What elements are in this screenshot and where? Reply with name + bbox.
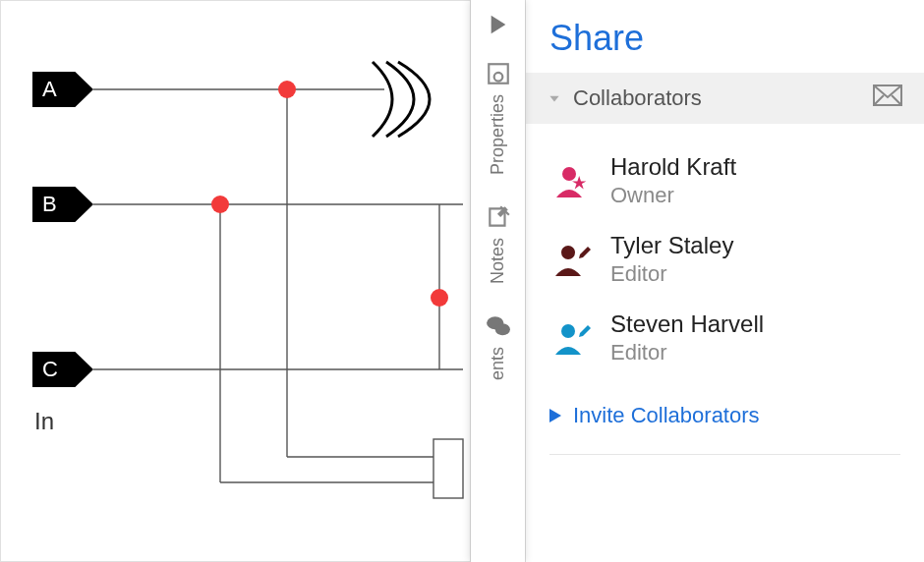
mail-icon[interactable] [873,84,902,112]
in-label: In [34,408,54,435]
rail-label-properties: Properties [488,94,508,175]
rail-tab-properties[interactable]: Properties [471,49,526,193]
collaborators-list: Harold Kraft Owner Tyler Staley Editor [526,124,924,385]
invite-collaborators-button[interactable]: Invite Collaborators [526,385,924,446]
collaborator-role: Owner [610,183,736,208]
chevron-right-icon [488,14,509,35]
collaborator-name: Tyler Staley [610,232,733,259]
side-rail: Properties Notes ents [470,0,525,562]
invite-label: Invite Collaborators [573,403,760,428]
svg-point-13 [493,73,502,82]
panel-divider [549,454,900,455]
rail-collapse-button[interactable] [471,0,526,49]
chevron-down-icon [548,85,561,111]
collaborator-row[interactable]: Steven Harvell Editor [549,299,900,377]
rail-label-comments: ents [488,347,508,380]
svg-point-15 [494,323,509,335]
svg-point-11 [431,289,448,307]
svg-point-18 [561,246,575,259]
properties-icon [486,61,511,86]
panel-title: Share [526,18,924,73]
triangle-right-icon [549,403,561,428]
share-panel: Share Collaborators Harold Kraft [525,0,924,562]
owner-icon [549,164,597,197]
svg-point-10 [211,196,229,213]
rail-label-notes: Notes [488,238,508,284]
comments-icon [485,313,512,339]
notes-icon [486,204,511,230]
collaborator-name: Harold Kraft [610,153,736,181]
collaborator-name: Steven Harvell [610,310,764,338]
collaborators-section-header[interactable]: Collaborators [526,73,924,124]
collaborators-section-label: Collaborators [573,85,702,111]
editor-icon [549,243,597,276]
svg-point-17 [562,167,576,181]
editor-icon [549,321,597,355]
rail-tab-notes[interactable]: Notes [471,193,526,302]
svg-point-9 [278,81,296,98]
rail-tab-comments[interactable]: ents [471,302,526,398]
svg-rect-8 [433,439,463,498]
svg-point-19 [561,324,575,338]
collaborator-row[interactable]: Harold Kraft Owner [549,141,900,220]
collaborator-role: Editor [610,340,764,365]
collaborator-role: Editor [610,261,733,287]
collaborator-row[interactable]: Tyler Staley Editor [549,220,900,299]
